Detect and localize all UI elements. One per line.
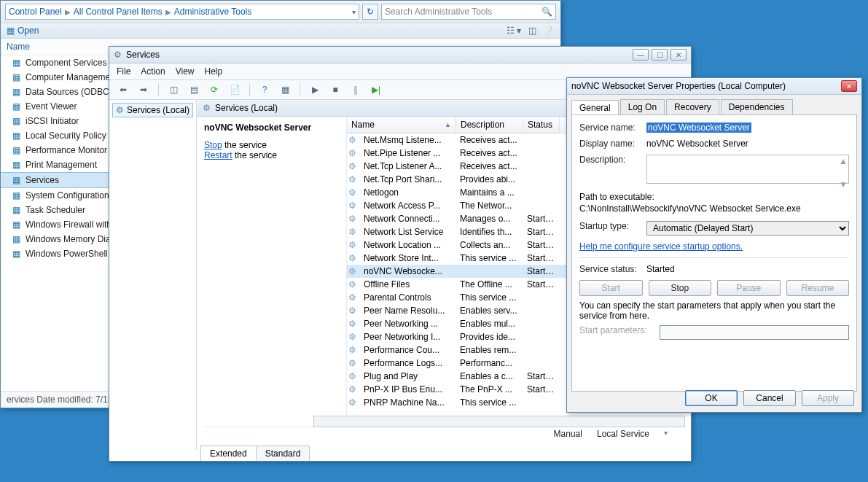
breadcrumb-item[interactable]: All Control Panel Items [74, 7, 163, 17]
breadcrumb[interactable]: Control Panel▶ All Control Panel Items▶ … [5, 4, 359, 20]
breadcrumb-item[interactable]: Administrative Tools [174, 7, 252, 17]
tab-dependencies[interactable]: Dependencies [721, 99, 793, 114]
search-input[interactable]: Search Administrative Tools 🔍 [381, 4, 556, 20]
cell-status: Started [523, 252, 559, 264]
horizontal-scrollbar[interactable] [313, 416, 685, 427]
pause-button[interactable]: Pause [717, 280, 781, 296]
menu-help[interactable]: Help [205, 66, 223, 77]
gear-icon: ⚙ [347, 214, 357, 224]
value-service-status: Started [646, 264, 849, 274]
cancel-button[interactable]: Cancel [743, 390, 796, 406]
organize-bar: ▦ Open ☷ ▾ ◫ ❔ [1, 23, 560, 39]
stop-link[interactable]: Stop [204, 140, 222, 150]
menu-action[interactable]: Action [141, 66, 165, 77]
tab-general[interactable]: General [571, 100, 619, 115]
scroll-down-icon[interactable]: ▼ [839, 179, 848, 190]
cell-name: Performance Logs... [359, 357, 455, 369]
chevron-right-icon: ▶ [163, 8, 174, 16]
cell-description: Receives act... [455, 147, 523, 159]
cell-status [523, 362, 559, 364]
maximize-button[interactable]: ☐ [652, 49, 668, 61]
tree-services-local[interactable]: ⚙ Services (Local) [112, 103, 193, 117]
start-button[interactable]: Start [579, 280, 643, 296]
startup-type-value: Manual [554, 429, 582, 439]
dialog-titlebar: noVNC Websocket Server Properties (Local… [567, 78, 861, 95]
menu-view[interactable]: View [176, 66, 195, 77]
cell-status [523, 310, 559, 311]
shortcut-icon: ▦ [11, 131, 21, 141]
help-link[interactable]: Help me configure service startup option… [579, 241, 743, 252]
cell-name: Network Access P... [359, 200, 455, 211]
stop-service-button[interactable]: ■ [327, 82, 343, 97]
cell-status [523, 152, 559, 154]
close-button[interactable]: ✕ [670, 49, 687, 61]
tab-recovery[interactable]: Recovery [666, 99, 719, 114]
admin-tool-item[interactable]: ▦Windows Memory Dia [1, 232, 124, 246]
admin-tool-item[interactable]: ▦Local Security Policy [1, 128, 124, 143]
col-name[interactable]: Name▲ [347, 117, 456, 133]
admin-tool-item[interactable]: ▦Print Management [1, 158, 124, 172]
cell-name: Net.Pipe Listener ... [359, 147, 455, 159]
stop-button[interactable]: Stop [649, 280, 712, 296]
value-path: C:\NonInstall\Websockify\noVNC Websocket… [579, 203, 849, 214]
help-icon[interactable]: ❔ [544, 26, 555, 36]
admin-tool-item[interactable]: ▦Windows PowerShell M [1, 246, 124, 261]
description-textarea[interactable] [646, 155, 849, 184]
export-button[interactable]: 📄 [227, 82, 243, 97]
scroll-up-icon[interactable]: ▲ [839, 156, 848, 166]
run-button[interactable]: ▦ [277, 82, 293, 97]
apply-button[interactable]: Apply [802, 390, 854, 406]
cell-status [523, 139, 559, 141]
open-button[interactable]: ▦ Open [7, 26, 39, 36]
dropdown-icon[interactable]: ▾ [352, 8, 356, 16]
properties-button[interactable]: ▤ [186, 82, 202, 97]
start-service-button[interactable]: ▶ [307, 82, 323, 97]
chevron-right-icon: ▶ [62, 8, 74, 16]
refresh-button[interactable]: ⟳ [206, 82, 222, 97]
cell-description: Maintains a ... [455, 187, 523, 198]
tab-standard[interactable]: Standard [256, 446, 310, 461]
admin-tool-item[interactable]: ▦Component Services [1, 55, 124, 70]
start-params-input[interactable] [660, 325, 849, 340]
cell-description: This service ... [455, 292, 523, 303]
admin-tool-item[interactable]: ▦Services [1, 172, 124, 188]
admin-tool-item[interactable]: ▦System Configuration [1, 188, 124, 203]
admin-tool-item[interactable]: ▦iSCSI Initiator [1, 114, 124, 128]
view-icon[interactable]: ☷ ▾ [507, 26, 521, 36]
minimize-button[interactable]: — [633, 49, 649, 61]
preview-pane-icon[interactable]: ◫ [528, 26, 536, 36]
cell-description: Performanc... [455, 357, 523, 369]
value-service-name[interactable]: noVNC Websocket Server [646, 123, 751, 133]
cell-name: Net.Tcp Listener A... [359, 160, 455, 172]
cell-description: Manages o... [455, 213, 523, 225]
gear-icon: ⚙ [347, 253, 357, 263]
col-status[interactable]: Status [523, 117, 560, 133]
restart-link[interactable]: Restart [204, 150, 232, 160]
tab-log-on[interactable]: Log On [620, 99, 665, 114]
label-startup-type: Startup type: [579, 221, 646, 231]
startup-type-select[interactable]: Automatic (Delayed Start) [646, 221, 849, 236]
tab-extended[interactable]: Extended [200, 446, 257, 461]
admin-tool-item[interactable]: ▦Data Sources (ODBC) [1, 85, 124, 99]
back-button[interactable]: ⬅ [115, 82, 131, 97]
restart-service-button[interactable]: ▶| [368, 82, 384, 97]
show-hide-tree-button[interactable]: ◫ [165, 82, 181, 97]
dialog-title: noVNC Websocket Server Properties (Local… [571, 81, 786, 91]
close-button[interactable]: ✕ [841, 80, 857, 92]
admin-tool-item[interactable]: ▦Computer Management [1, 70, 124, 85]
admin-tool-item[interactable]: ▦Windows Firewall with [1, 217, 124, 232]
pause-service-button[interactable]: ‖ [348, 82, 364, 97]
breadcrumb-item[interactable]: Control Panel [9, 7, 62, 17]
selected-service-name: noVNC Websocket Server [204, 123, 339, 133]
admin-tool-item[interactable]: ▦Task Scheduler [1, 203, 124, 217]
col-description[interactable]: Description [456, 117, 523, 133]
help-button[interactable]: ? [257, 82, 273, 97]
refresh-button[interactable]: ↻ [362, 4, 378, 20]
cell-name: Net.Tcp Port Shari... [359, 174, 455, 185]
admin-tool-item[interactable]: ▦Event Viewer [1, 99, 124, 114]
forward-button[interactable]: ➡ [136, 82, 152, 97]
admin-tool-item[interactable]: ▦Performance Monitor [1, 143, 124, 158]
ok-button[interactable]: OK [685, 390, 738, 406]
resume-button[interactable]: Resume [786, 280, 850, 296]
menu-file[interactable]: File [117, 66, 130, 77]
